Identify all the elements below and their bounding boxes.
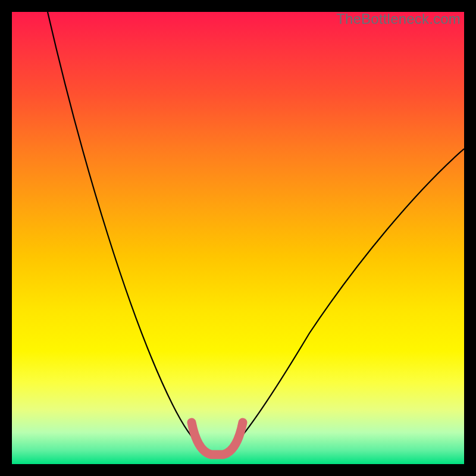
watermark-text: TheBottleneck.com xyxy=(336,11,461,27)
bottleneck-curve-plot xyxy=(12,12,464,464)
optimum-u-band xyxy=(192,422,243,455)
curve-left xyxy=(48,12,201,446)
chart-frame: TheBottleneck.com xyxy=(12,12,464,464)
curve-right xyxy=(233,149,464,446)
